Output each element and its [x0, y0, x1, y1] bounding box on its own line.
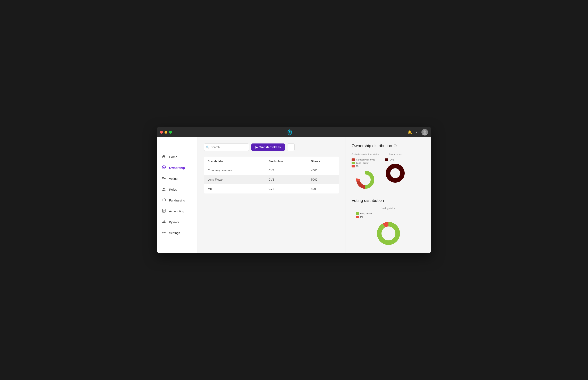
ownership-distribution-title: Ownership distribution ⓘ: [351, 143, 425, 148]
svg-point-3: [163, 167, 165, 168]
legend-label-me: Me: [356, 165, 359, 168]
svg-rect-18: [165, 220, 165, 222]
table-section: 🔍 ▶ Transfer tokens ⋮ Shareho: [198, 137, 345, 253]
traffic-lights: [160, 131, 172, 134]
voting-stake-title: Voting stake: [382, 207, 395, 210]
sidebar: ARAGON Home Ownership: [157, 137, 198, 253]
svg-point-25: [391, 169, 399, 177]
minimize-button[interactable]: [165, 131, 167, 134]
sidebar-item-ownership[interactable]: Ownership: [157, 162, 198, 173]
home-icon: [162, 154, 166, 159]
svg-point-9: [164, 190, 165, 191]
voting-stake-donut: [375, 220, 402, 247]
table-row[interactable]: Company reservesCVS4500: [204, 166, 339, 175]
legend-dot-company: [351, 158, 355, 161]
legend-label-voting-me: Me: [360, 216, 363, 218]
col-shareholder: Shareholder: [204, 157, 265, 166]
ownership-icon: [162, 165, 166, 170]
roles-icon: [162, 187, 166, 192]
voting-icon: [162, 176, 166, 181]
sidebar-label-settings: Settings: [169, 231, 180, 235]
fundraising-icon: [162, 198, 166, 203]
cell-shareholder: Long Flower: [204, 175, 265, 184]
legend-cvs: CVS: [385, 158, 394, 161]
cell-shareholder: Me: [204, 184, 265, 193]
transfer-button-label: Transfer tokens: [259, 146, 281, 149]
bylaws-icon: [162, 220, 166, 225]
sidebar-item-settings[interactable]: Settings: [157, 228, 198, 238]
wallet-icon[interactable]: ▪: [416, 130, 417, 134]
sidebar-item-home[interactable]: Home: [157, 152, 198, 162]
svg-rect-15: [162, 222, 165, 223]
maximize-button[interactable]: [169, 131, 172, 134]
titlebar-center: [286, 129, 294, 136]
bell-icon[interactable]: 🔔: [407, 130, 412, 134]
toolbar: 🔍 ▶ Transfer tokens ⋮: [204, 143, 339, 151]
svg-rect-17: [163, 220, 163, 222]
more-options-button[interactable]: ⋮: [287, 143, 294, 151]
accounting-icon: [162, 209, 166, 214]
table-row[interactable]: Long FlowerCVS5002: [204, 175, 339, 184]
titlebar-right: 🔔 ▪: [407, 129, 428, 135]
sidebar-item-roles[interactable]: Roles: [157, 184, 198, 195]
svg-point-1: [423, 133, 427, 135]
svg-rect-10: [162, 199, 165, 201]
sidebar-item-fundraising[interactable]: Fundraising: [157, 195, 198, 206]
close-button[interactable]: [160, 131, 163, 134]
shareholders-table: Shareholder Stock class Shares Company r…: [204, 157, 339, 193]
ownership-title-text: Ownership distribution: [351, 143, 392, 148]
legend-dot-cvs: [385, 158, 388, 161]
legend-dot-longflower: [351, 162, 355, 164]
settings-icon: [162, 230, 166, 235]
charts-panel: Ownership distribution ⓘ Global sharehol…: [345, 137, 431, 253]
cell-shares: 4500: [307, 166, 339, 175]
sidebar-label-home: Home: [169, 155, 177, 159]
sidebar-label-ownership: Ownership: [169, 166, 185, 170]
legend-label-voting-longflower: Long Flower: [360, 212, 373, 215]
stock-types-legend: CVS: [385, 158, 394, 161]
search-input[interactable]: [204, 143, 249, 151]
transfer-tokens-button[interactable]: ▶ Transfer tokens: [251, 143, 285, 151]
sidebar-brand: ARAGON: [157, 141, 198, 152]
global-stake-donut: [355, 170, 376, 190]
info-icon: ⓘ: [394, 144, 397, 148]
voting-legend: Long Flower Me: [356, 212, 373, 218]
legend-voting-longflower: Long Flower: [356, 212, 373, 215]
svg-point-28: [383, 228, 394, 239]
legend-label-company: Company reserves: [356, 158, 375, 161]
ownership-charts: Global shareholder stake Company reserve…: [351, 153, 425, 190]
brand-text: ARAGON: [162, 143, 176, 147]
transfer-icon: ▶: [256, 146, 258, 149]
svg-point-6: [163, 188, 164, 189]
search-input-wrap: 🔍: [204, 143, 249, 151]
cell-shares: 5002: [307, 175, 339, 184]
global-stake-legend: Company reserves Long Flower Me: [351, 158, 375, 168]
col-shares: Shares: [307, 157, 339, 166]
app-body: ARAGON Home Ownership: [157, 137, 431, 253]
legend-voting-me: Me: [356, 216, 373, 218]
cell-shares: 499: [307, 184, 339, 193]
cell-shareholder: Company reserves: [204, 166, 265, 175]
sidebar-label-accounting: Accounting: [169, 209, 184, 213]
table-header-row: Shareholder Stock class Shares: [204, 157, 339, 166]
legend-company-reserves: Company reserves: [351, 158, 375, 161]
legend-long-flower: Long Flower: [351, 162, 375, 164]
cell-stock_class: CVS: [265, 184, 308, 193]
sidebar-item-bylaws[interactable]: Bylaws: [157, 217, 198, 228]
svg-point-19: [163, 232, 165, 233]
stock-types-title: Stock types: [389, 153, 402, 156]
sidebar-item-voting[interactable]: Voting: [157, 173, 198, 184]
stock-types-donut: [385, 163, 405, 183]
legend-me: Me: [351, 165, 375, 168]
sidebar-item-accounting[interactable]: Accounting: [157, 206, 198, 217]
sidebar-label-voting: Voting: [169, 177, 178, 180]
table-row[interactable]: MeCVS499: [204, 184, 339, 193]
svg-point-0: [423, 130, 426, 133]
voting-chart-block: Voting stake Long Flower Me: [351, 207, 425, 247]
cell-stock_class: CVS: [265, 175, 308, 184]
sidebar-label-fundraising: Fundraising: [169, 199, 185, 202]
legend-label-longflower: Long Flower: [356, 162, 368, 164]
avatar[interactable]: [422, 129, 428, 135]
sidebar-label-bylaws: Bylaws: [169, 220, 179, 224]
col-stock-class: Stock class: [265, 157, 308, 166]
